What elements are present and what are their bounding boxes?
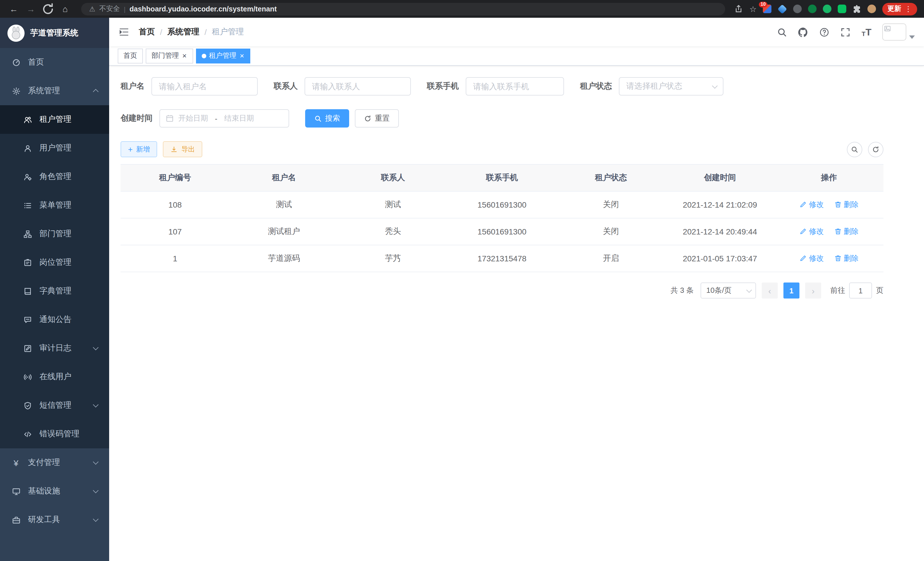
sidebar-item-post-management[interactable]: 岗位管理 [0, 248, 109, 277]
tab-tenant-management[interactable]: 租户管理 × [196, 48, 250, 63]
fullscreen-icon[interactable] [841, 27, 851, 37]
address-bar[interactable]: ⚠ 不安全 | dashboard.yudao.iocoder.cn/syste… [81, 3, 725, 15]
extension-icon-1[interactable]: 10 [763, 5, 771, 13]
delete-button[interactable]: 删除 [834, 253, 859, 264]
cell-status: 关闭 [556, 218, 665, 245]
breadcrumb-system-management[interactable]: 系统管理 [167, 27, 200, 37]
edit-button[interactable]: 修改 [799, 226, 824, 237]
sidebar-item-role-management[interactable]: 角色管理 [0, 162, 109, 191]
tenant-name-field: 租户名 [121, 77, 258, 96]
sidebar-item-notice[interactable]: 通知公告 [0, 305, 109, 334]
add-button[interactable]: + 新增 [121, 141, 157, 157]
edit-button[interactable]: 修改 [799, 253, 824, 264]
gear-icon [11, 86, 21, 96]
extension-icon-2[interactable] [777, 4, 787, 14]
app-logo[interactable]: 芋道管理系统 [0, 18, 109, 48]
extension-icon-4[interactable] [808, 5, 817, 13]
goto-page: 前往 页 [830, 283, 884, 299]
sidebar-item-infrastructure[interactable]: 基础设施 [0, 477, 109, 505]
extensions-puzzle-icon[interactable] [853, 5, 861, 13]
sidebar: 芋道管理系统 首页 系统管理 租户管理 用户管理 角色管 [0, 18, 109, 561]
filter-row-1: 租户名 联系人 联系手机 租户状态 请选择租户状态 [121, 77, 884, 96]
post-badge-icon [23, 258, 32, 267]
tab-dept-management[interactable]: 部门管理 × [146, 48, 193, 63]
infra-monitor-icon [11, 487, 21, 496]
sidebar-toggle-icon[interactable] [118, 26, 130, 38]
share-icon[interactable] [735, 5, 743, 13]
help-icon[interactable] [819, 27, 830, 37]
sidebar-item-error-code-management[interactable]: 错误码管理 [0, 420, 109, 448]
column-header: 联系手机 [447, 164, 556, 191]
sidebar-item-sms-management[interactable]: 短信管理 [0, 391, 109, 420]
prev-page-button[interactable]: ‹ [762, 283, 778, 299]
sidebar-item-online-users[interactable]: 在线用户 [0, 362, 109, 391]
page-number-button[interactable]: 1 [783, 283, 800, 299]
chevron-up-icon [93, 89, 99, 95]
sidebar-item-user-management[interactable]: 用户管理 [0, 134, 109, 162]
phone-label: 联系手机 [427, 81, 459, 92]
sidebar-item-dept-management[interactable]: 部门管理 [0, 220, 109, 248]
export-button[interactable]: 导出 [163, 141, 202, 157]
top-navbar: 首页 / 系统管理 / 租户管理 TT [109, 18, 924, 46]
role-icon [23, 172, 32, 181]
breadcrumb-current: 租户管理 [212, 27, 244, 37]
breadcrumb-separator: / [160, 27, 162, 37]
extension-icon-3[interactable] [793, 5, 802, 13]
create-time-field: 创建时间 开始日期 - 结束日期 [121, 109, 289, 128]
page-content: 租户名 联系人 联系手机 租户状态 请选择租户状态 [109, 66, 924, 561]
sidebar-item-payment-management[interactable]: ¥ 支付管理 [0, 448, 109, 477]
chevron-down-icon [909, 35, 915, 39]
search-icon[interactable] [777, 27, 788, 37]
sidebar-item-menu-management[interactable]: 菜单管理 [0, 191, 109, 220]
tab-home[interactable]: 首页 [118, 48, 143, 63]
goto-page-input[interactable] [849, 283, 872, 299]
font-size-icon[interactable]: TT [862, 27, 872, 37]
close-icon[interactable]: × [182, 52, 187, 59]
cell-actions: 修改 删除 [774, 218, 884, 245]
browser-profile-avatar[interactable] [867, 5, 876, 13]
extension-icon-5[interactable] [823, 5, 831, 13]
bookmark-star-icon[interactable]: ☆ [749, 4, 757, 14]
extension-icon-6[interactable] [838, 5, 846, 13]
sidebar-item-tenant-management[interactable]: 租户管理 [0, 105, 109, 134]
payment-icon: ¥ [11, 458, 21, 467]
browser-menu-icon[interactable]: ⋮ [904, 5, 912, 13]
sidebar-item-home[interactable]: 首页 [0, 48, 109, 77]
start-date-placeholder: 开始日期 [178, 113, 208, 123]
tenant-name-input[interactable] [152, 77, 258, 96]
filter-row-2: 创建时间 开始日期 - 结束日期 搜索 [121, 109, 884, 128]
address-divider: | [124, 5, 126, 12]
update-button[interactable]: 更新 ⋮ [882, 3, 917, 15]
breadcrumb-home[interactable]: 首页 [139, 27, 155, 37]
refresh-button[interactable] [868, 141, 884, 157]
back-icon[interactable]: ← [7, 2, 21, 16]
reset-button[interactable]: 重置 [355, 109, 399, 128]
date-range-picker[interactable]: 开始日期 - 结束日期 [159, 109, 289, 128]
user-avatar-menu[interactable] [882, 23, 915, 41]
column-header: 租户状态 [556, 164, 665, 191]
cell-status: 关闭 [556, 191, 665, 218]
calendar-icon [166, 114, 174, 122]
tenant-status-select[interactable]: 请选择租户状态 [619, 77, 723, 96]
contact-input[interactable] [304, 77, 411, 96]
reload-icon[interactable] [41, 2, 55, 16]
sidebar-item-audit-log[interactable]: 审计日志 [0, 334, 109, 362]
github-icon[interactable] [798, 27, 808, 37]
home-icon[interactable]: ⌂ [58, 2, 72, 16]
edit-button[interactable]: 修改 [799, 200, 824, 210]
phone-input[interactable] [466, 77, 564, 96]
sidebar-item-system-management[interactable]: 系统管理 [0, 77, 109, 105]
cell-tenant-name: 芋道源码 [230, 245, 338, 272]
toggle-search-button[interactable] [847, 141, 862, 157]
close-icon[interactable]: × [239, 52, 244, 59]
page-size-select[interactable]: 10条/页 [700, 283, 756, 299]
forward-icon[interactable]: → [24, 2, 38, 16]
search-button[interactable]: 搜索 [305, 109, 349, 128]
delete-button[interactable]: 删除 [834, 200, 859, 210]
next-page-button[interactable]: › [805, 283, 821, 299]
sidebar-item-dict-management[interactable]: 字典管理 [0, 277, 109, 305]
chevron-down-icon [93, 516, 99, 522]
sidebar-item-dev-tools[interactable]: 研发工具 [0, 505, 109, 534]
cell-created-at: 2021-01-05 17:03:47 [665, 245, 774, 272]
delete-button[interactable]: 删除 [834, 226, 859, 237]
